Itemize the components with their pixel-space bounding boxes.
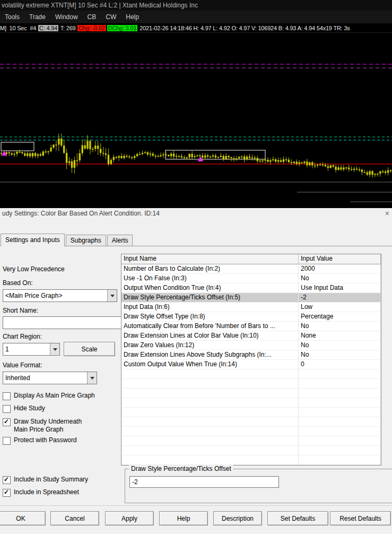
table-row[interactable]: Draw Style Offset Type (In:8)Percentage	[121, 312, 381, 322]
button-ok[interactable]: OK	[0, 511, 46, 526]
inputs-table-header: Input NameInput Value	[121, 254, 381, 264]
table-row-empty[interactable]	[121, 408, 381, 417]
status-symbol-period: M] 10 Sec #4	[0, 25, 38, 31]
short-name-input[interactable]	[3, 316, 121, 329]
checkbox-label: Protect with Password	[14, 436, 77, 444]
button-cancel[interactable]: Cancel	[50, 511, 99, 526]
table-row[interactable]: Draw Extension Lines at Color Bar Value …	[121, 331, 381, 341]
tab-strip: Settings and InputsSubgraphsAlerts	[1, 234, 134, 246]
checkbox-box[interactable]	[3, 392, 11, 400]
table-row[interactable]: Draw Style Percentage/Ticks Offset (In:5…	[121, 293, 381, 303]
input-value-cell	[299, 436, 381, 445]
table-row-empty[interactable]	[121, 455, 381, 465]
input-value-cell: Low	[299, 303, 381, 312]
input-name-cell: Input Data (In:6)	[121, 303, 299, 312]
table-row[interactable]: Draw Extension Lines Above Study Subgrap…	[121, 350, 381, 360]
menu-item-trade[interactable]: Trade	[24, 11, 50, 23]
input-name-cell	[121, 427, 299, 436]
button-description[interactable]: Description	[213, 511, 262, 526]
checkbox-box[interactable]	[3, 489, 11, 497]
status-daily-change: DChg: 3.01	[107, 25, 138, 31]
checkbox-display-as-main-price-graph[interactable]: Display As Main Price Graph	[3, 392, 95, 400]
table-row[interactable]: Draw Zero Values (In:12)No	[121, 341, 381, 350]
chevron-down-icon[interactable]	[50, 343, 59, 355]
tab-settings-and-inputs[interactable]: Settings and Inputs	[1, 234, 65, 246]
dialog-titlebar[interactable]: udy Settings: Color Bar Based On Alert C…	[0, 208, 392, 220]
button-apply[interactable]: Apply	[105, 511, 154, 526]
chart-region-value: 1	[3, 346, 50, 353]
status-change: Chg: -0.02	[77, 25, 106, 31]
chart-status-bar: M] 10 Sec #4 C: 4.94 T: 269 Chg: -0.02DC…	[0, 23, 392, 32]
chart-window-titlebar[interactable]: volatility extreme XTNT[M] 10 Sec #4 L:2…	[0, 0, 392, 11]
column-header-input-name: Input Name	[121, 254, 299, 264]
table-row-empty[interactable]	[121, 427, 381, 436]
table-row[interactable]: Use -1 On False (In:3)No	[121, 274, 381, 283]
based-on-select[interactable]: <Main Price Graph>	[3, 289, 117, 302]
value-format-select[interactable]: Inherited	[3, 372, 97, 384]
menu-item-cb[interactable]: CB	[83, 11, 101, 23]
input-value-cell	[299, 408, 381, 417]
value-format-value: Inherited	[3, 374, 87, 382]
checkbox-box[interactable]	[3, 476, 11, 484]
menu-item-help[interactable]: Help	[121, 11, 144, 23]
checkbox-box[interactable]	[3, 437, 11, 445]
table-row-empty[interactable]	[121, 389, 381, 398]
table-row-empty[interactable]	[121, 446, 381, 455]
input-name-cell	[121, 398, 299, 407]
input-name-cell	[121, 436, 299, 445]
table-row-empty[interactable]	[121, 398, 381, 408]
short-name-label: Short Name:	[3, 307, 38, 314]
input-name-cell: Number of Bars to Calculate (In:2)	[121, 264, 299, 273]
close-icon[interactable]: ×	[385, 208, 389, 219]
input-name-cell: Draw Zero Values (In:12)	[121, 341, 299, 350]
table-row-empty[interactable]	[121, 369, 381, 379]
table-row[interactable]: Input Data (In:6)Low	[121, 303, 381, 312]
checkbox-label: Include in Study Summary	[14, 476, 88, 484]
inputs-table: Input NameInput ValueNumber of Bars to C…	[121, 254, 381, 466]
offset-value-input[interactable]	[129, 476, 279, 488]
checkbox-draw-study-underneath-main-price-graph[interactable]: Draw Study Underneath Main Price Graph	[3, 418, 82, 434]
tab-alerts[interactable]: Alerts	[107, 235, 133, 246]
button-set-defaults[interactable]: Set Defaults	[267, 511, 328, 526]
input-value-cell: No	[299, 350, 381, 359]
checkbox-protect-with-password[interactable]: Protect with Password	[3, 436, 77, 445]
value-format-label: Value Format:	[3, 361, 42, 369]
menu-item-cw[interactable]: CW	[101, 11, 121, 23]
table-row-empty[interactable]	[121, 379, 381, 389]
checkbox-label: Draw Study Underneath Main Price Graph	[14, 418, 82, 434]
input-name-cell: Draw Style Percentage/Ticks Offset (In:5…	[121, 293, 299, 302]
tab-subgraphs[interactable]: Subgraphs	[66, 235, 106, 246]
price-chart[interactable]	[0, 32, 392, 209]
chevron-down-icon[interactable]	[87, 372, 97, 384]
input-name-cell: Draw Style Offset Type (In:8)	[121, 312, 299, 321]
checkbox-include-in-study-summary[interactable]: Include in Study Summary	[3, 476, 88, 484]
input-value-cell: 2000	[299, 264, 381, 273]
table-row-empty[interactable]	[121, 417, 381, 427]
chevron-down-icon[interactable]	[107, 290, 117, 302]
menu-item-tools[interactable]: Tools	[0, 11, 24, 23]
button-reset-defaults[interactable]: Reset Defaults	[330, 511, 391, 526]
menu-bar: ToolsTradeWindowCBCWHelp	[0, 11, 392, 23]
checkbox-label: Display As Main Price Graph	[14, 392, 95, 400]
checkbox-include-in-spreadsheet[interactable]: Include in Spreadsheet	[3, 488, 79, 497]
table-row[interactable]: Number of Bars to Calculate (In:2)2000	[121, 264, 381, 274]
input-value-cell: Percentage	[299, 312, 381, 321]
checkbox-hide-study[interactable]: Hide Study	[3, 404, 45, 413]
button-help[interactable]: Help	[159, 511, 208, 526]
table-row[interactable]: Custom Output Value When True (In:14)0	[121, 360, 381, 369]
menu-item-window[interactable]: Window	[50, 11, 83, 23]
scale-button[interactable]: Scale	[64, 342, 115, 356]
input-value-cell	[299, 427, 381, 436]
input-name-cell	[121, 417, 299, 426]
input-name-cell: Output When Condition True (In:4)	[121, 283, 299, 292]
input-name-cell: Draw Extension Lines Above Study Subgrap…	[121, 350, 299, 359]
chart-region-select[interactable]: 1	[3, 343, 60, 356]
input-value-cell	[299, 369, 381, 378]
checkbox-box[interactable]	[3, 418, 11, 426]
checkbox-box[interactable]	[3, 405, 11, 413]
offset-group-legend: Draw Style Percentage/Ticks Offset	[129, 465, 233, 472]
table-row[interactable]: Output When Condition True (In:4)Use Inp…	[121, 283, 381, 293]
table-row[interactable]: Automatically Clear from Before 'Number …	[121, 322, 381, 331]
input-value-cell	[299, 455, 381, 464]
table-row-empty[interactable]	[121, 436, 381, 446]
